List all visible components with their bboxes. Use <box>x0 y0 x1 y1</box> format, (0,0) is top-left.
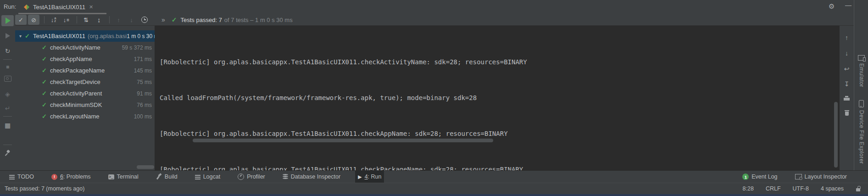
build-hammer-icon <box>156 174 162 179</box>
scroll-to-end-icon[interactable]: ↧ <box>840 80 854 88</box>
settings-gear-icon[interactable]: ⚙ <box>829 2 835 11</box>
tool-window-bar: TODO ! 6: Problems >_ Terminal Build Log… <box>0 170 868 183</box>
test-passed-icon: ✓ <box>25 33 30 39</box>
tab-label: Database Inspector <box>291 174 340 180</box>
test-toolbar: ✓ ⊘ ⇅ ↨ ↑ ↓ » ✓ Tests passed: 7 of 7 tes… <box>15 14 657 25</box>
test-row[interactable]: ✓ checkActivityName 59 s 372 ms <box>15 42 155 53</box>
suite-package: (org.aplas.basi <box>88 33 127 39</box>
run-label: Run: <box>4 3 16 10</box>
readonly-lock-icon[interactable] <box>856 186 861 192</box>
line-separator[interactable]: CRLF <box>766 185 781 192</box>
test-passed-icon: ✓ <box>42 101 47 108</box>
test-name: checkTargetDevice <box>50 78 100 85</box>
caret-position[interactable]: 8:28 <box>743 185 754 192</box>
tree-horizontal-scrollbar[interactable] <box>137 165 154 169</box>
previous-failed-test-icon[interactable]: ↑ <box>113 15 124 25</box>
test-row[interactable]: ✓ checkAppName 171 ms <box>15 53 155 65</box>
next-failed-test-icon[interactable]: ↓ <box>126 15 137 25</box>
print-icon[interactable] <box>840 95 854 103</box>
restore-layout-icon[interactable]: ▦ <box>0 121 15 130</box>
toolbar-separator <box>109 16 110 23</box>
todo-icon <box>9 174 15 179</box>
tab-profiler[interactable]: Profiler <box>235 171 268 183</box>
event-log-button[interactable]: 1 Event Log <box>740 171 780 183</box>
layout-inspector-icon <box>795 174 802 179</box>
tab-database-inspector[interactable]: Database Inspector <box>280 171 343 183</box>
test-name: checkLayoutName <box>50 113 100 120</box>
test-row[interactable]: ✓ checkLayoutName 100 ms <box>15 111 155 122</box>
rerun-tests-button[interactable] <box>1 15 14 26</box>
hide-tool-window-icon[interactable]: — <box>845 1 851 9</box>
indent-setting[interactable]: 4 spaces <box>821 185 844 192</box>
test-duration: 100 ms <box>134 113 155 120</box>
tab-label: Logcat <box>203 174 221 180</box>
console-horizontal-scrollbar[interactable] <box>193 139 493 142</box>
run-play-icon: ▶ <box>358 174 362 180</box>
test-row[interactable]: ✓ checkActivityParent 91 ms <box>15 88 155 99</box>
console-vertical-scrollbar[interactable] <box>834 102 838 168</box>
run-config-tab-title: TestA1BasicUIX011 <box>33 4 85 11</box>
right-tool-window-stripe: Emulator Device File Explorer <box>854 0 868 196</box>
tab-run[interactable]: ▶ 4: Run <box>355 171 384 183</box>
suite-name: TestA1BasicUIX011 <box>33 33 85 39</box>
test-row[interactable]: ✓ checkMinimumSDK 76 ms <box>15 99 155 111</box>
sort-by-duration-icon[interactable] <box>61 15 72 25</box>
pin-tab-icon[interactable] <box>0 149 15 158</box>
tests-passed-summary: Tests passed: 7 <box>181 17 222 23</box>
rerun-failed-tests-icon[interactable] <box>0 32 15 41</box>
chevron-down-icon[interactable]: ▾ <box>19 34 22 39</box>
console-right-toolbar: ↑ ↓ ↩ ↧ <box>840 26 854 170</box>
suite-duration: 1 m 0 s 30 ms <box>127 33 155 39</box>
tab-terminal[interactable]: >_ Terminal <box>106 171 141 183</box>
toggle-auto-test-icon[interactable]: ↻ <box>0 46 15 56</box>
test-row[interactable]: ✓ checkPackageName 145 ms <box>15 65 155 76</box>
tab-label: 4: Run <box>365 174 382 180</box>
stop-icon[interactable]: ■ <box>0 62 15 72</box>
up-stacktrace-icon[interactable]: ↑ <box>840 34 854 41</box>
toolbar-separator <box>3 145 12 145</box>
run-window-header: Run: TestA1BasicUIX011 ✕ ⚙ — <box>0 0 868 14</box>
run-left-toolbar: ↻ ■ ◈ ↵ ▦ <box>0 14 15 170</box>
run-config-tab[interactable]: TestA1BasicUIX011 ✕ <box>18 0 106 14</box>
tab-build[interactable]: Build <box>153 171 180 183</box>
test-passed-icon: ✓ <box>42 44 47 51</box>
sort-alphabetically-icon[interactable] <box>48 15 59 25</box>
clear-console-icon[interactable] <box>840 110 854 118</box>
test-duration: 145 ms <box>134 67 155 74</box>
soft-wrap-icon[interactable]: ↩ <box>840 65 854 73</box>
close-tab-icon[interactable]: ✕ <box>89 4 93 10</box>
down-stacktrace-icon[interactable]: ↓ <box>840 50 854 57</box>
tests-passed-check-icon: ✓ <box>172 16 177 23</box>
camera-thread-dump-icon[interactable] <box>0 75 15 84</box>
status-message[interactable]: Tests passed: 7 (moments ago) <box>5 185 84 192</box>
test-name: checkPackageName <box>50 67 105 74</box>
collapse-all-icon[interactable]: ↨ <box>93 15 105 25</box>
layout-inspector-button[interactable]: Layout Inspector <box>792 171 850 183</box>
test-row[interactable]: ✓ checkTargetDevice 75 ms <box>15 76 155 88</box>
test-history-icon[interactable] <box>139 15 150 25</box>
test-name: checkMinimumSDK <box>50 101 102 108</box>
tab-todo[interactable]: TODO <box>6 171 37 183</box>
console-output[interactable]: [Robolectric] org.aplas.basicappx.TestA1… <box>155 26 840 170</box>
run-tool-window: Run: TestA1BasicUIX011 ✕ ⚙ — ↻ ■ ◈ ↵ ▦ ✓… <box>0 0 868 196</box>
test-name: checkAppName <box>50 56 92 62</box>
test-duration: 171 ms <box>134 56 155 62</box>
toolbar-separator <box>44 16 45 23</box>
stripe-button-device-file-explorer[interactable]: Device File Explorer <box>854 100 868 164</box>
file-encoding[interactable]: UTF-8 <box>793 185 809 192</box>
problems-error-icon: ! <box>51 174 57 180</box>
attach-debugger-icon[interactable]: ◈ <box>0 90 15 99</box>
import-test-results-icon[interactable]: ↵ <box>0 104 15 113</box>
tab-label: Build <box>165 174 178 180</box>
expand-all-icon[interactable]: ⇅ <box>80 15 92 25</box>
show-passed-filter-icon[interactable]: ✓ <box>15 15 27 25</box>
console-line: [Robolectric] org.aplas.basicappx.TestA1… <box>160 56 840 68</box>
stripe-button-emulator[interactable]: Emulator <box>854 55 868 87</box>
test-suite-row[interactable]: ▾ ✓ TestA1BasicUIX011 (org.aplas.basi 1 … <box>15 30 155 42</box>
tab-problems[interactable]: ! 6: Problems <box>49 171 94 183</box>
show-ignored-filter-icon[interactable]: ⊘ <box>28 15 39 25</box>
tab-logcat[interactable]: Logcat <box>192 171 223 183</box>
stripe-label: Device File Explorer <box>858 110 865 164</box>
more-actions-chevron-icon[interactable]: » <box>161 16 165 23</box>
test-passed-icon: ✓ <box>42 56 47 62</box>
